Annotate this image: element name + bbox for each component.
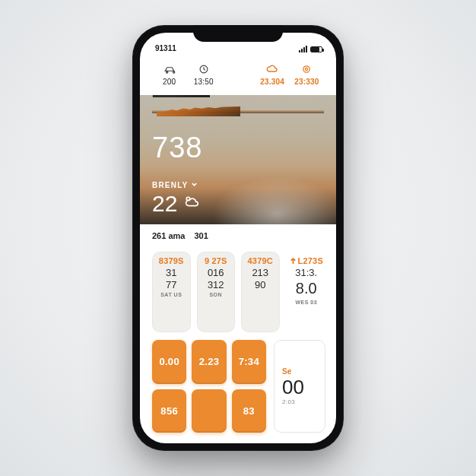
notch [193,25,283,42]
signal-icon [299,46,307,52]
hero-temperature: 22 [152,191,177,217]
forecast-label: WES 03 [295,300,317,305]
forecast-val-a: 213 [252,268,268,278]
mid-right: 301 [194,231,208,240]
forecast-top: L273S [290,256,323,265]
hero-temperature-row: 22 [152,191,324,217]
blank-icon [231,68,245,78]
status-time: 91311 [155,44,176,52]
forecast-col[interactable]: L273S 31:3. 8.0 WES 03 [286,252,326,332]
svg-point-2 [306,68,308,70]
battery-icon [310,46,322,52]
forecast-label: SON [209,292,222,297]
forecast-val-b: 90 [255,280,265,290]
phone-frame: 91311 200 13:50 [132,25,344,451]
keypad-button[interactable]: 7:34 [232,340,266,384]
screen: 91311 200 13:50 [140,33,336,443]
cloud-icon [265,64,279,75]
target-icon [300,64,313,75]
readout-panel: Se 00 2:03 [274,340,325,433]
mid-info-row: 261 ama 301 [140,224,336,247]
forecast-top: 8379S [159,256,184,265]
forecast-val-a: 31:3. [295,268,317,278]
forecast-col[interactable]: 9 27S 016 312 SON [197,252,236,332]
stat-time[interactable]: 13:50 [186,64,221,86]
bottom-row: 0.00 2.23 7:34 856 83 Se 00 2:03 [140,337,336,443]
keypad-button[interactable] [192,389,226,433]
hero-trees-left [149,95,210,97]
top-stats-row: 200 13:50 23.304 [140,52,336,95]
chevron-down-icon [191,181,198,189]
clock-icon [197,64,211,75]
forecast-val-b: 77 [166,280,176,290]
mid-left: 261 ama [152,231,185,240]
forecast-val-a: 016 [208,268,224,278]
forecast-top: 9 27S [205,256,227,265]
forecast-col[interactable]: 4379C 213 90 [241,252,280,332]
stat-value: 23.304 [260,78,284,86]
hero-location-label: BRENLY [152,181,188,189]
car-icon [163,64,176,75]
keypad-button[interactable]: 2.23 [192,340,226,384]
forecast-val-a: 31 [166,268,176,278]
stat-target[interactable]: 23:330 [290,64,324,86]
keypad-button[interactable]: 83 [232,389,266,433]
forecast-col[interactable]: 8379S 31 77 SAT US [152,252,191,332]
hero-headline: 738 [152,132,324,164]
forecast-top-text: L273S [298,256,323,265]
status-indicators [299,46,322,52]
keypad: 0.00 2.23 7:34 856 83 [152,340,266,433]
readout-sub: 2:03 [282,398,317,405]
stat-value: 23:330 [294,78,319,86]
hero-trees-right [157,106,240,116]
svg-point-3 [187,197,190,200]
forecast-val-b: 312 [208,280,224,290]
keypad-button[interactable]: 0.00 [152,340,186,384]
hero-location-selector[interactable]: BRENLY [152,181,324,189]
keypad-button[interactable]: 856 [152,389,186,433]
stat-weather[interactable]: 23.304 [255,64,290,86]
svg-point-1 [303,65,309,71]
weather-partly-cloudy-icon [183,194,200,214]
stat-value: 13:50 [194,78,214,86]
hero-panel: 738 BRENLY 22 [140,95,336,224]
forecast-top: 4379C [248,256,273,265]
forecast-label: SAT US [160,292,182,297]
stat-distance[interactable]: 200 [152,64,186,86]
readout-label: Se [282,367,317,376]
readout-value: 00 [282,377,317,397]
forecast-row: 8379S 31 77 SAT US 9 27S 016 312 SON 437… [140,247,336,337]
stat-empty [221,68,255,81]
forecast-val-b: 8.0 [296,280,317,297]
stat-value: 200 [163,78,176,86]
